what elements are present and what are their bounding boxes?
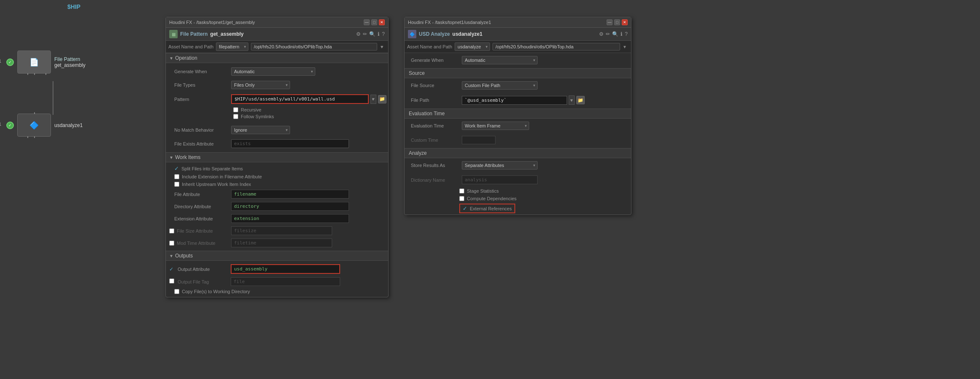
usd-source-header[interactable]: Source (405, 68, 631, 78)
fp-ext-attr-input[interactable] (231, 214, 349, 223)
fp-search-icon[interactable]: 🔍 (369, 31, 375, 37)
usd-stage-stats-check[interactable] (459, 188, 464, 193)
usd-header-icons: ⚙ ✏ 🔍 ℹ ? (599, 31, 628, 37)
usd-store-results-select[interactable]: Separate Attributes (462, 161, 538, 170)
fp-work-items-toggle[interactable]: ▼ (169, 155, 173, 160)
fp-generate-when-select[interactable]: Automatic (231, 67, 315, 76)
fp-ext-attr-label: Extension Attribute (166, 213, 229, 224)
fp-copy-files-check[interactable] (174, 289, 179, 294)
fp-info-icon[interactable]: ℹ (378, 31, 380, 37)
fp-file-attr-row: File Attribute (166, 188, 388, 200)
fp-size-attr-input[interactable] (231, 226, 332, 235)
usd-search-icon[interactable]: 🔍 (612, 31, 618, 37)
fp-file-types-select[interactable]: Files Only (231, 81, 290, 89)
usd-ext-refs-row: ✓ External References (405, 202, 631, 215)
usd-eval-time-header[interactable]: Evaluation Time (405, 109, 631, 119)
fp-path-type-select[interactable]: filepattern (216, 42, 248, 51)
usd-maximize-btn[interactable]: □ (614, 19, 620, 25)
fp-split-files-label: Split Files into Separate Items (181, 166, 243, 171)
fp-generate-when-label: Generate When (166, 66, 229, 77)
usd-store-results-row: Store Results As Separate Attributes (405, 158, 631, 172)
fp-file-exists-row: File Exists Attribute (166, 137, 388, 151)
usd-file-path-arrow-wrapper[interactable]: ▼ (569, 95, 575, 105)
usd-store-results-wrapper[interactable]: Separate Attributes (462, 161, 538, 170)
fp-path-type-wrapper[interactable]: filepattern (216, 42, 248, 51)
usd-ext-refs-highlight-box: ✓ External References (459, 204, 515, 213)
fp-pattern-arrow-wrapper[interactable]: ▼ (370, 95, 376, 104)
fp-file-attr-input[interactable] (231, 190, 349, 199)
fp-dir-attr-input[interactable] (231, 202, 349, 211)
fp-file-types-control: Files Only (229, 80, 388, 90)
fp-generate-when-wrapper[interactable]: Automatic (231, 67, 315, 76)
fp-file-types-wrapper[interactable]: Files Only (231, 81, 290, 89)
usd-file-source-select[interactable]: Custom File Path (462, 81, 538, 90)
fp-work-items-header[interactable]: ▼ Work Items (166, 152, 388, 162)
fp-close-btn[interactable]: ✕ (379, 19, 385, 25)
usd-generate-when-control: Automatic (459, 55, 631, 66)
usd-minimize-btn[interactable]: — (607, 19, 612, 25)
fp-output-attr-label: Output Attribute (178, 267, 229, 272)
usd-gear-icon[interactable]: ⚙ (599, 31, 604, 37)
usd-eval-time-content: Evaluation Time Work Item Frame Custom T… (405, 119, 631, 147)
fp-minimize-btn[interactable]: — (364, 19, 370, 25)
usd-file-source-wrapper[interactable]: Custom File Path (462, 81, 538, 90)
usd-dict-name-input[interactable] (462, 175, 538, 184)
fp-pattern-browse-btn[interactable]: 📁 (378, 95, 386, 103)
usd-file-path-browse-btn[interactable]: 📁 (576, 96, 585, 104)
usd-compute-deps-label: Compute Dependencies (467, 196, 517, 201)
usd-generate-when-wrapper[interactable]: Automatic (462, 56, 538, 64)
usd-close-btn[interactable]: ✕ (622, 19, 628, 25)
node-item-file-pattern[interactable]: ✓ 1 📄 File Pattern get_assembly (6, 50, 85, 74)
fp-size-attr-check[interactable] (169, 228, 174, 233)
fp-generate-when-control: Automatic (229, 66, 388, 77)
node-box-usd-analyze[interactable]: 🔷 (17, 114, 51, 137)
fp-operation-toggle[interactable]: ▼ (169, 56, 173, 61)
fp-include-ext-label: Include Extension in Filename Attribute (182, 174, 262, 179)
node-name-1: get_assembly (54, 62, 85, 68)
usd-custom-time-row: Custom Time (405, 133, 631, 147)
usd-custom-time-input[interactable] (462, 136, 495, 144)
fp-pattern-input[interactable] (231, 94, 369, 104)
node-box-file-pattern[interactable]: 📄 (17, 50, 51, 74)
fp-output-file-tag-checkbox[interactable] (169, 278, 174, 284)
fp-generate-when-row: Generate When Automatic (166, 65, 388, 78)
fp-no-match-select[interactable]: Ignore (231, 126, 290, 134)
usd-path-type-select[interactable]: usdanalyze (455, 42, 490, 51)
fp-recursive-check[interactable] (233, 107, 238, 112)
usd-analyze-header[interactable]: Analyze (405, 148, 631, 158)
usd-eval-time-wrapper[interactable]: Work Item Frame (462, 122, 529, 130)
fp-output-file-tag-input[interactable] (231, 277, 340, 286)
fp-operation-header[interactable]: ▼ Operation (166, 53, 388, 63)
fp-header-icon: ▦ (169, 30, 178, 38)
node-item-usd-analyze[interactable]: ✓ 1 🔷 usdanalyze1 (6, 114, 83, 137)
fp-outputs-header[interactable]: ▼ Outputs (166, 251, 388, 261)
fp-outputs-toggle[interactable]: ▼ (169, 254, 173, 258)
usd-edit-icon[interactable]: ✏ (606, 31, 610, 37)
usd-compute-deps-check[interactable] (459, 196, 464, 201)
usd-file-source-control: Custom File Path (459, 80, 631, 91)
usd-info-icon[interactable]: ℹ (620, 31, 623, 37)
fp-maximize-btn[interactable]: □ (371, 19, 377, 25)
fp-mod-attr-check[interactable] (169, 241, 174, 246)
fp-copy-files-row: Copy File(s) to Working Directory (166, 288, 388, 295)
usd-store-results-label: Store Results As (405, 160, 459, 171)
usd-title: Houdini FX - /tasks/topnet1/usdanalyze1 (408, 20, 491, 25)
fp-mod-attr-input[interactable] (231, 239, 332, 247)
fp-symlinks-check[interactable] (233, 114, 238, 119)
fp-output-attr-input[interactable] (231, 264, 340, 274)
fp-help-icon[interactable]: ? (382, 31, 385, 37)
fp-gear-icon[interactable]: ⚙ (356, 31, 361, 37)
usd-file-path-input[interactable] (462, 96, 567, 105)
fp-file-exists-input[interactable] (231, 139, 349, 148)
usd-path-type-wrapper[interactable]: usdanalyze (455, 42, 490, 51)
fp-include-ext-check[interactable] (174, 174, 179, 179)
fp-edit-icon[interactable]: ✏ (363, 31, 367, 37)
usd-generate-when-select[interactable]: Automatic (462, 56, 538, 64)
usd-analyze-icon: 🔷 (29, 121, 39, 130)
usd-help-icon[interactable]: ? (625, 31, 628, 37)
fp-no-match-wrapper[interactable]: Ignore (231, 126, 290, 134)
fp-path-extra-wrapper: ▼ (380, 45, 386, 49)
fp-inherit-check[interactable] (174, 182, 179, 187)
usd-eval-time-select[interactable]: Work Item Frame (462, 122, 529, 130)
fp-size-attr-label: File Size Attribute (174, 228, 217, 233)
